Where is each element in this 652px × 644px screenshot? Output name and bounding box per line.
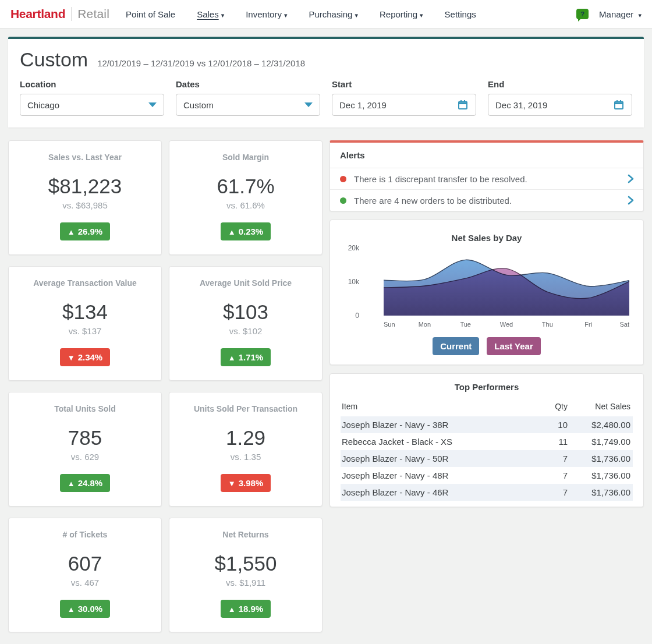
status-dot-red	[340, 176, 346, 182]
change-badge: ▲26.9%	[60, 222, 110, 240]
page-title: Custom	[20, 48, 88, 71]
nav-item-purchasing[interactable]: Purchasing▾	[309, 9, 358, 19]
arrow-up-icon: ▲	[68, 479, 75, 488]
item-cell: Joseph Blazer - Navy - 50R	[341, 450, 536, 467]
item-cell: Joseph Blazer - Navy - 38R	[341, 416, 536, 433]
top-performers-table: ItemQtyNet Sales Joseph Blazer - Navy - …	[341, 399, 633, 501]
metric-card-total-units-sold: Total Units Sold785vs. 629▲24.8%	[8, 392, 162, 507]
net-sales-cell: $1,736.00	[570, 450, 633, 467]
legend-button-last-year[interactable]: Last Year	[487, 337, 540, 355]
change-badge: ▲18.9%	[221, 600, 271, 618]
user-menu[interactable]: Manager ▾	[599, 9, 642, 19]
alerts-panel: Alerts There is 1 discrepant transfer to…	[329, 140, 644, 211]
help-chat-icon[interactable]: ?	[576, 9, 589, 19]
end-label: End	[488, 79, 632, 89]
chevron-down-icon	[304, 102, 313, 107]
x-tick-label: Fri	[584, 321, 592, 328]
change-value: 26.9%	[78, 227, 103, 236]
nav-item-sales[interactable]: Sales▾	[197, 9, 224, 19]
calendar-icon	[457, 99, 469, 111]
metric-card-average-unit-sold-price: Average Unit Sold Price$103vs. $102▲1.71…	[169, 266, 323, 381]
metric-title: Average Unit Sold Price	[200, 278, 292, 288]
metric-title: Units Sold Per Transaction	[194, 404, 297, 413]
nav-items: Point of SaleSales▾Inventory▾Purchasing▾…	[126, 9, 476, 19]
metric-title: Sold Margin	[222, 153, 269, 162]
y-tick-label: 10k	[348, 278, 360, 286]
change-value: 18.9%	[239, 604, 264, 614]
arrow-up-icon: ▲	[68, 228, 75, 236]
table-row[interactable]: Joseph Blazer - Navy - 38R10$2,480.00	[341, 416, 633, 433]
nav-right: ? Manager ▾	[576, 9, 642, 19]
metric-value: $1,550	[214, 552, 277, 575]
metric-compare: vs. $102	[229, 326, 263, 336]
x-tick-label: Thu	[542, 321, 553, 328]
start-date-input[interactable]: Dec 1, 2019	[332, 94, 476, 116]
start-label: Start	[332, 79, 476, 89]
end-date-value: Dec 31, 2019	[495, 100, 613, 110]
metric-value: 785	[68, 426, 102, 450]
table-row[interactable]: Joseph Blazer - Navy - 50R7$1,736.00	[341, 450, 633, 467]
metric-title: Total Units Sold	[54, 404, 116, 413]
change-badge: ▲24.8%	[60, 474, 110, 492]
change-value: 1.71%	[239, 352, 264, 362]
qty-cell: 10	[536, 416, 570, 433]
table-row[interactable]: Joseph Blazer - Navy - 46R7$1,736.00	[341, 484, 633, 501]
qty-cell: 7	[536, 484, 570, 501]
location-value: Chicago	[27, 100, 148, 110]
alert-text: There are 4 new orders to be distributed…	[354, 196, 618, 206]
change-badge: ▲0.23%	[221, 222, 271, 240]
metric-card-units-sold-per-transaction: Units Sold Per Transaction1.29vs. 1.35▼3…	[169, 392, 323, 507]
nav-item-point-of-sale[interactable]: Point of Sale	[126, 9, 175, 19]
metric-value: $103	[223, 300, 268, 324]
legend-button-current[interactable]: Current	[433, 337, 479, 355]
end-date-input[interactable]: Dec 31, 2019	[488, 94, 632, 116]
item-cell: Joseph Blazer - Navy - 46R	[341, 484, 536, 501]
series-current	[384, 260, 629, 316]
filter-bar: Location Chicago Dates Custom Start Dec …	[8, 79, 644, 116]
chevron-down-icon	[148, 102, 157, 107]
metric-value: 607	[68, 552, 102, 575]
metric-title: Sales vs. Last Year	[48, 153, 122, 162]
metric-compare: vs. $137	[69, 326, 102, 336]
dates-value: Custom	[183, 100, 304, 110]
metric-card-of-tickets: # of Tickets607vs. 467▲30.0%	[8, 518, 162, 632]
net-sales-area-chart: 010k20kSunMonTueWedThuFriSat	[339, 244, 635, 331]
nav-item-settings[interactable]: Settings	[445, 9, 476, 19]
chevron-right-icon	[626, 195, 635, 206]
metric-value: 61.7%	[217, 175, 274, 198]
chart-legend: CurrentLast Year	[339, 337, 634, 355]
chevron-down-icon: ▾	[355, 12, 358, 19]
qty-cell: 7	[536, 467, 570, 484]
metric-card-sales-vs-last-year: Sales vs. Last Year$81,223vs. $63,985▲26…	[8, 140, 162, 255]
report-header-panel: Custom 12/01/2019 – 12/31/2019 vs 12/01/…	[8, 37, 644, 128]
dates-select[interactable]: Custom	[176, 94, 320, 116]
nav-item-reporting[interactable]: Reporting▾	[380, 9, 423, 19]
metric-compare: vs. $63,985	[62, 200, 108, 210]
brand-divider	[71, 7, 72, 21]
status-dot-green	[340, 197, 346, 204]
top-nav: Heartland Retail Point of SaleSales▾Inve…	[0, 0, 652, 29]
chevron-down-icon: ▾	[638, 12, 642, 19]
metric-compare: vs. 467	[71, 578, 99, 588]
alert-row[interactable]: There are 4 new orders to be distributed…	[330, 190, 643, 211]
brand-logo[interactable]: Heartland Retail	[10, 7, 109, 21]
right-column: Alerts There is 1 discrepant transfer to…	[329, 140, 644, 632]
metric-title: Net Returns	[222, 530, 268, 539]
change-value: 30.0%	[78, 604, 103, 614]
qty-cell: 7	[536, 450, 570, 467]
change-value: 24.8%	[78, 478, 103, 488]
nav-item-inventory[interactable]: Inventory▾	[246, 9, 287, 19]
location-label: Location	[20, 79, 164, 89]
location-select[interactable]: Chicago	[20, 94, 164, 116]
arrow-up-icon: ▲	[228, 605, 236, 614]
table-row[interactable]: Joseph Blazer - Navy - 48R7$1,736.00	[341, 467, 633, 484]
arrow-up-icon: ▲	[68, 605, 75, 614]
table-row[interactable]: Rebecca Jacket - Black - XS11$1,749.00	[341, 433, 633, 450]
change-value: 2.34%	[78, 352, 103, 362]
metric-compare: vs. $1,911	[226, 578, 265, 588]
alerts-title: Alerts	[330, 143, 643, 168]
metric-value: $134	[62, 300, 108, 324]
alert-text: There is 1 discrepant transfer to be res…	[354, 174, 618, 184]
dates-filter: Dates Custom	[176, 79, 320, 116]
alert-row[interactable]: There is 1 discrepant transfer to be res…	[330, 168, 643, 190]
